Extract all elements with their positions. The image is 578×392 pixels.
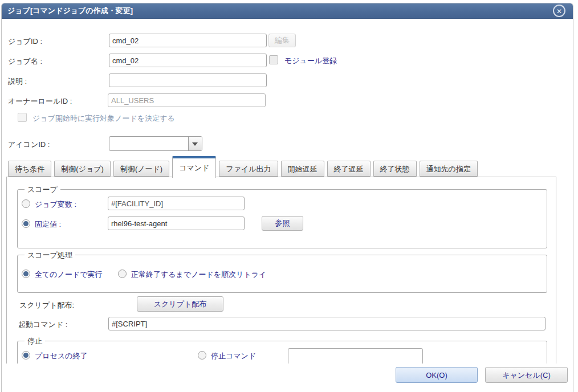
tab-control-job[interactable]: 制御(ジョブ) (54, 161, 111, 177)
stop-command-radio[interactable] (198, 351, 206, 360)
decide-node-checkbox (18, 113, 27, 122)
tab-start-delay[interactable]: 開始遅延 (281, 161, 324, 177)
close-icon[interactable]: ✕ (553, 5, 565, 17)
fixed-value-label: 固定値 : (35, 219, 61, 230)
retry-nodes-radio[interactable] (118, 270, 127, 278)
stop-group: 停止 (17, 341, 547, 364)
job-variable-radio[interactable] (22, 199, 30, 208)
stop-command-input[interactable] (288, 348, 423, 364)
tab-control-node[interactable]: 制御(ノード) (113, 161, 169, 177)
ok-button[interactable]: OK(O) (396, 367, 478, 383)
job-id-label: ジョブID : (8, 36, 42, 47)
description-label: 説明 : (8, 76, 27, 87)
job-variable-input (108, 197, 245, 210)
scope-processing-legend: スコープ処理 (25, 250, 75, 260)
start-command-label: 起動コマンド : (18, 320, 67, 330)
job-name-label: ジョブ名 : (8, 56, 42, 67)
fixed-value-radio[interactable] (22, 219, 30, 228)
job-name-input[interactable] (109, 54, 267, 67)
owner-role-input (108, 93, 266, 107)
stop-command-label: 停止コマンド (211, 351, 256, 361)
script-distribution-label: スクリプト配布: (19, 300, 74, 311)
tab-end-status[interactable]: 終了状態 (373, 161, 417, 177)
start-command-input[interactable] (108, 317, 546, 330)
process-end-radio[interactable] (22, 351, 30, 360)
tab-file-output[interactable]: ファイル出力 (219, 161, 278, 177)
edit-button[interactable]: 編集 (268, 34, 296, 47)
job-variable-label: ジョブ変数 : (35, 199, 76, 210)
icon-id-combo[interactable] (109, 136, 202, 151)
icon-id-label: アイコンID : (8, 140, 50, 150)
chevron-down-icon[interactable] (188, 137, 202, 150)
description-input[interactable] (109, 74, 267, 87)
all-nodes-radio[interactable] (22, 270, 30, 278)
tab-command[interactable]: コマンド (172, 156, 216, 178)
all-nodes-label: 全てのノードで実行 (35, 270, 103, 280)
icon-id-value (109, 137, 188, 150)
module-register-label: モジュール登録 (284, 56, 337, 66)
command-tab-panel: スコープ ジョブ変数 : 固定値 : 参照 スコープ処理 全てのノードで実行 正… (6, 177, 556, 364)
module-register-checkbox[interactable] (269, 55, 278, 64)
command-job-dialog: ジョブ[コマンドジョブの作成・変更] ✕ ジョブID : 編集 ジョブ名 : モ… (1, 3, 573, 392)
scope-group-legend: スコープ (25, 185, 60, 195)
tab-bar: 待ち条件 制御(ジョブ) 制御(ノード) コマンド ファイル出力 開始遅延 終了… (8, 155, 481, 177)
owner-role-label: オーナーロールID : (8, 96, 72, 107)
dialog-titlebar: ジョブ[コマンドジョブの作成・変更] ✕ (2, 3, 573, 19)
tab-notification[interactable]: 通知先の指定 (420, 161, 478, 177)
decide-node-label: ジョブ開始時に実行対象ノードを決定する (32, 113, 175, 124)
dialog-title: ジョブ[コマンドジョブの作成・変更] (7, 3, 133, 18)
tab-end-delay[interactable]: 終了遅延 (327, 161, 371, 177)
process-end-label: プロセスの終了 (35, 351, 88, 361)
job-id-input[interactable] (109, 34, 267, 47)
script-distribution-button[interactable]: スクリプト配布 (137, 296, 223, 312)
fixed-value-input[interactable] (108, 217, 245, 230)
tab-wait-condition[interactable]: 待ち条件 (8, 161, 51, 177)
stop-group-legend: 停止 (25, 336, 45, 346)
retry-nodes-label: 正常終了するまでノードを順次リトライ (131, 270, 266, 280)
cancel-button[interactable]: キャンセル(C) (485, 367, 568, 383)
browse-button[interactable]: 参照 (262, 216, 303, 231)
